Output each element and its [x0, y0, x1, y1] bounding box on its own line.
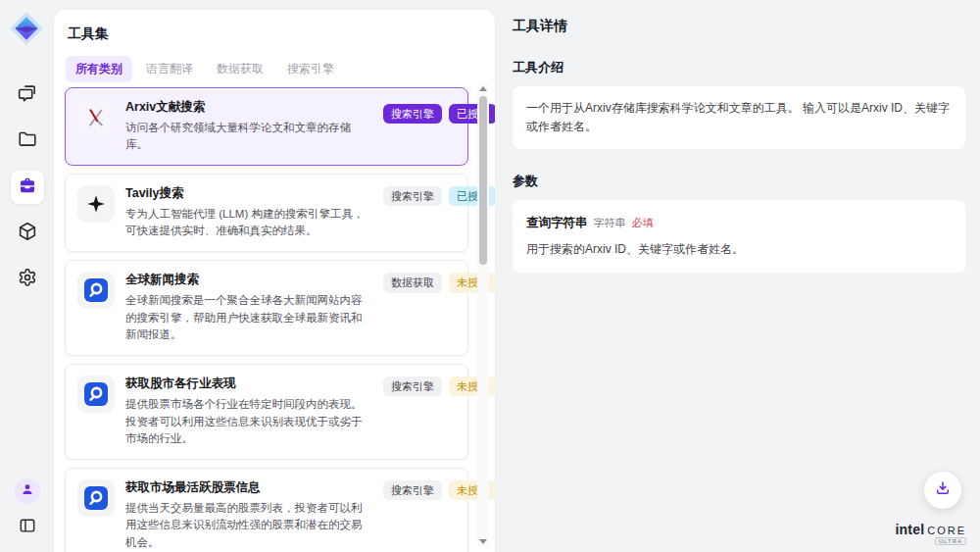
- tavily-star-icon: [77, 185, 115, 223]
- intel-core-text: core: [927, 525, 966, 536]
- tool-card-title: 获取股市各行业表现: [125, 376, 372, 393]
- intel-ultra-badge: ultra: [935, 537, 966, 545]
- tool-card-description: 提供当天交易量最高的股票列表，投资者可以利用这些信息来识别流动性强的股票和潜在的…: [125, 500, 372, 552]
- tool-card-description: 专为人工智能代理 (LLM) 构建的搜索引擎工具，可快速提供实时、准确和真实的结…: [125, 206, 372, 241]
- tool-detail-panel: 工具详情 工具介绍 一个用于从Arxiv存储库搜索科学论文和文章的工具。 输入可…: [500, 0, 980, 552]
- intro-heading: 工具介绍: [513, 59, 965, 76]
- package-icon: [17, 221, 38, 246]
- user-avatar-icon: [20, 481, 35, 501]
- category-badge: 搜索引擎: [383, 186, 442, 206]
- category-badge: 搜索引擎: [383, 104, 442, 124]
- nav-tools-button[interactable]: [11, 171, 44, 204]
- intro-box: 一个用于从Arxiv存储库搜索科学论文和文章的工具。 输入可以是Arxiv ID…: [513, 86, 965, 149]
- tab-translation[interactable]: 语言翻译: [136, 56, 203, 82]
- arxiv-icon: [77, 99, 115, 136]
- param-type: 字符串: [594, 215, 626, 232]
- scrollbar-thumb[interactable]: [479, 96, 487, 265]
- tool-card-list: Arxiv文献搜索 访问各个研究领域大量科学论文和文章的存储库。 搜索引擎 已授…: [65, 87, 468, 552]
- scrollbar-up-arrow[interactable]: [477, 83, 489, 93]
- detail-title: 工具详情: [513, 18, 965, 35]
- tool-card-title: Arxiv文献搜索: [125, 99, 372, 117]
- juhe-q-icon: [77, 376, 115, 413]
- intel-core-logo: intel core ultra: [895, 522, 966, 545]
- tool-card-global-news[interactable]: 全球新闻搜索 全球新闻搜索是一个聚合全球各大新闻网站内容的搜索引擎，帮助用户快速…: [65, 260, 468, 356]
- tool-card-title: 获取市场最活跃股票信息: [125, 479, 372, 497]
- tool-card-title: Tavily搜索: [125, 185, 372, 203]
- tools-panel: 工具集 所有类别 语言翻译 数据获取 搜索引擎 Arxiv文献搜索 访问: [54, 10, 495, 552]
- collapse-sidebar-button[interactable]: [15, 515, 40, 540]
- tool-card-arxiv[interactable]: Arxiv文献搜索 访问各个研究领域大量科学论文和文章的存储库。 搜索引擎 已授…: [65, 87, 468, 166]
- download-button[interactable]: [924, 472, 961, 509]
- param-required-label: 必填: [632, 215, 654, 232]
- rail-bottom: [0, 478, 54, 540]
- collapse-panel-icon: [18, 516, 37, 539]
- settings-gear-icon: [17, 267, 38, 292]
- list-scrollbar: [477, 83, 489, 546]
- juhe-q-icon: [77, 479, 115, 517]
- tool-card-description: 全球新闻搜索是一个聚合全球各大新闻网站内容的搜索引擎，帮助用户快速获取全球最新资…: [125, 292, 372, 344]
- params-heading: 参数: [513, 173, 965, 190]
- app-logo-icon: [9, 11, 44, 46]
- category-badge: 搜索引擎: [383, 480, 442, 500]
- tab-all-categories[interactable]: 所有类别: [66, 56, 132, 82]
- tool-card-title: 全球新闻搜索: [125, 272, 372, 289]
- tool-card-sector-performance[interactable]: 获取股市各行业表现 提供股票市场各个行业在特定时间段内的表现。投资者可以利用这些…: [65, 364, 468, 460]
- category-badge: 数据获取: [383, 273, 442, 292]
- param-description: 用于搜索的Arxiv ID、关键字或作者姓名。: [526, 240, 952, 259]
- app-window: 工具集 所有类别 语言翻译 数据获取 搜索引擎 Arxiv文献搜索 访问: [0, 0, 980, 552]
- tool-card-description: 访问各个研究领域大量科学论文和文章的存储库。: [125, 120, 372, 155]
- category-tabs: 所有类别 语言翻译 数据获取 搜索引擎: [66, 56, 495, 82]
- category-badge: 搜索引擎: [383, 376, 442, 396]
- param-name: 查询字符串: [526, 213, 588, 232]
- tab-search-engine[interactable]: 搜索引擎: [277, 56, 344, 82]
- tool-card-tavily[interactable]: Tavily搜索 专为人工智能代理 (LLM) 构建的搜索引擎工具，可快速提供实…: [65, 174, 468, 252]
- download-icon: [934, 479, 952, 501]
- rail-nav: [0, 78, 54, 296]
- tool-card-most-active-stocks[interactable]: 获取市场最活跃股票信息 提供当天交易量最高的股票列表，投资者可以利用这些信息来识…: [65, 468, 468, 552]
- nav-settings-button[interactable]: [11, 263, 44, 296]
- scrollbar-down-arrow[interactable]: [477, 536, 489, 546]
- tool-card-description: 提供股票市场各个行业在特定时间段内的表现。投资者可以利用这些信息来识别表现优于或…: [125, 396, 372, 448]
- nav-chat-button[interactable]: [11, 78, 44, 112]
- user-avatar[interactable]: [15, 478, 40, 504]
- nav-packages-button[interactable]: [11, 217, 44, 250]
- page-title: 工具集: [68, 25, 495, 43]
- nav-files-button[interactable]: [11, 125, 44, 158]
- folder-icon: [17, 128, 38, 154]
- tab-data-fetch[interactable]: 数据获取: [207, 56, 273, 82]
- intel-brand-text: intel: [895, 522, 924, 537]
- intro-text: 一个用于从Arxiv存储库搜索科学论文和文章的工具。 输入可以是Arxiv ID…: [526, 101, 950, 133]
- juhe-q-icon: [77, 272, 115, 309]
- toolbox-icon: [17, 175, 38, 200]
- chat-icon: [17, 82, 38, 108]
- param-box: 查询字符串 字符串 必填 用于搜索的Arxiv ID、关键字或作者姓名。: [513, 200, 965, 272]
- left-rail: [0, 0, 54, 552]
